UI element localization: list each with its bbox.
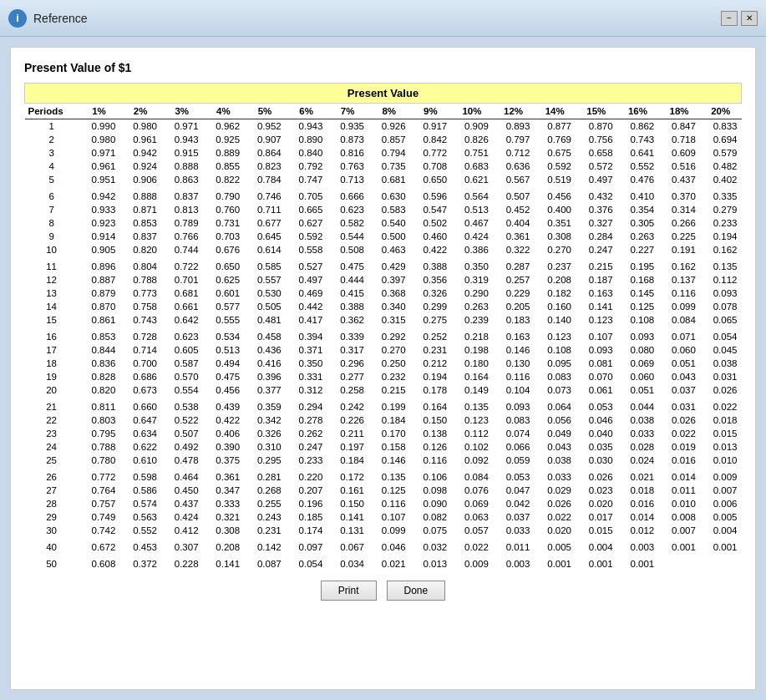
- value-cell: 0.587: [161, 357, 203, 370]
- value-cell: 0.218: [451, 327, 493, 343]
- table-row: 80.9230.8530.7890.7310.6770.6270.5820.54…: [25, 216, 742, 230]
- value-cell: 0.284: [576, 230, 617, 243]
- value-cell: 0.123: [451, 413, 493, 427]
- value-cell: 0.095: [534, 357, 576, 370]
- minimize-button[interactable]: −: [721, 11, 738, 26]
- close-button[interactable]: ✕: [741, 11, 758, 26]
- value-cell: 0.162: [700, 243, 742, 256]
- value-cell: 0.231: [410, 343, 452, 357]
- value-cell: 0.437: [161, 497, 203, 510]
- value-cell: 0.508: [327, 243, 368, 256]
- value-cell: 0.772: [410, 146, 452, 160]
- value-cell: 0.252: [410, 327, 452, 343]
- value-cell: 0.763: [327, 160, 368, 173]
- value-cell: 0.270: [534, 243, 576, 256]
- value-cell: 0.718: [658, 133, 700, 146]
- value-cell: 0.331: [286, 370, 327, 383]
- table-row: 190.8280.6860.5700.4750.3960.3310.2770.2…: [25, 370, 742, 383]
- value-cell: 0.492: [161, 440, 203, 454]
- done-button[interactable]: Done: [387, 581, 446, 601]
- value-cell: 0.026: [576, 467, 617, 484]
- value-cell: 0.746: [244, 186, 286, 203]
- value-cell: 0.172: [327, 467, 368, 484]
- value-cell: 0.951: [79, 173, 120, 186]
- value-cell: 0.233: [700, 216, 742, 230]
- value-cell: 0.106: [410, 467, 452, 484]
- value-cell: 0.456: [203, 383, 245, 397]
- value-cell: 0.030: [576, 454, 617, 467]
- value-cell: 0.197: [327, 440, 368, 454]
- col-header-10pct: 10%: [451, 104, 493, 119]
- value-cell: 0.084: [658, 313, 700, 327]
- value-cell: 0.038: [700, 357, 742, 370]
- value-cell: 0.837: [119, 230, 161, 243]
- period-cell: 27: [25, 484, 79, 497]
- period-cell: 13: [25, 287, 79, 300]
- value-cell: 0.980: [79, 133, 120, 146]
- value-cell: 0.191: [658, 243, 700, 256]
- value-cell: 0.760: [203, 203, 245, 216]
- value-cell: 0.038: [617, 413, 659, 427]
- value-cell: 0.422: [203, 413, 245, 427]
- value-cell: 0.377: [244, 383, 286, 397]
- period-cell: 6: [25, 186, 79, 203]
- value-cell: 0.009: [451, 554, 493, 571]
- value-cell: 0.722: [161, 256, 203, 273]
- value-cell: 0.108: [617, 313, 659, 327]
- value-cell: 0.890: [286, 133, 327, 146]
- value-cell: 0.277: [327, 370, 368, 383]
- value-cell: 0.833: [700, 119, 742, 134]
- value-cell: 0.247: [286, 440, 327, 454]
- value-cell: 0.630: [368, 186, 410, 203]
- value-cell: 0.319: [451, 273, 493, 287]
- period-cell: 8: [25, 216, 79, 230]
- value-cell: 0.022: [658, 427, 700, 440]
- value-cell: 0.422: [410, 243, 452, 256]
- value-cell: 0.519: [534, 173, 576, 186]
- value-cell: 0.356: [410, 273, 452, 287]
- value-cell: 0.577: [203, 300, 245, 313]
- value-cell: 0.820: [119, 243, 161, 256]
- value-cell: 0.150: [410, 413, 452, 427]
- value-cell: 0.935: [327, 119, 368, 134]
- print-button[interactable]: Print: [321, 581, 377, 601]
- value-cell: 0.208: [534, 273, 576, 287]
- value-cell: 0.011: [658, 484, 700, 497]
- value-cell: 0.610: [119, 454, 161, 467]
- value-cell: 0.563: [119, 510, 161, 524]
- value-cell: 0.513: [451, 203, 493, 216]
- value-cell: 0.681: [161, 287, 203, 300]
- value-cell: 0.140: [534, 313, 576, 327]
- value-cell: 0.609: [658, 146, 700, 160]
- value-cell: 0.242: [327, 397, 368, 413]
- value-cell: 0.268: [244, 484, 286, 497]
- value-cell: 0.586: [119, 484, 161, 497]
- value-cell: 0.889: [203, 146, 245, 160]
- value-cell: 0.497: [286, 273, 327, 287]
- value-cell: 0.239: [451, 313, 493, 327]
- value-cell: 0.601: [203, 287, 245, 300]
- value-cell: 0.583: [368, 203, 410, 216]
- value-cell: 0.758: [119, 300, 161, 313]
- table-row: 150.8610.7430.6420.5550.4810.4170.3620.3…: [25, 313, 742, 327]
- value-cell: 0.836: [79, 357, 120, 370]
- value-cell: 0.429: [368, 256, 410, 273]
- value-cell: 0.093: [576, 343, 617, 357]
- value-cell: 0.033: [617, 427, 659, 440]
- value-cell: 0.497: [576, 173, 617, 186]
- col-header-14pct: 14%: [534, 104, 576, 119]
- value-cell: 0.769: [534, 133, 576, 146]
- value-cell: 0.666: [327, 186, 368, 203]
- value-cell: 0.073: [534, 383, 576, 397]
- value-cell: 0.478: [161, 454, 203, 467]
- value-cell: 0.396: [244, 370, 286, 383]
- value-cell: 0.333: [203, 497, 245, 510]
- value-cell: 0.412: [161, 524, 203, 537]
- value-cell: 0.952: [244, 119, 286, 134]
- value-cell: 0.063: [451, 510, 493, 524]
- value-cell: 0.570: [161, 370, 203, 383]
- value-cell: 0.942: [119, 146, 161, 160]
- value-cell: 0.756: [576, 133, 617, 146]
- value-cell: 0.826: [451, 133, 493, 146]
- value-cell: 0.424: [451, 230, 493, 243]
